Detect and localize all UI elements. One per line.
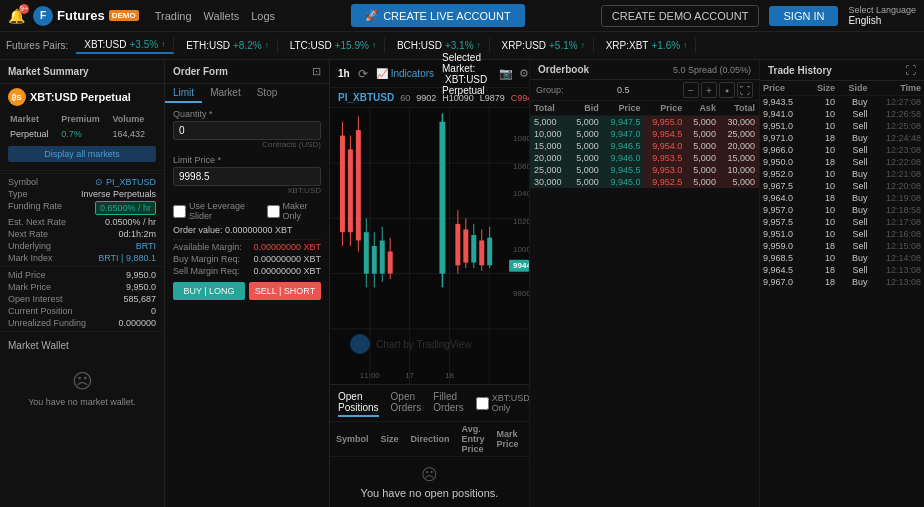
trade-row: 9,966.0 10 Sell 12:23:08	[760, 144, 924, 156]
bid-size: 5,000	[569, 140, 603, 152]
trade-row: 9,950.0 18 Sell 12:22:08	[760, 156, 924, 168]
nav-wallets[interactable]: Wallets	[204, 10, 240, 22]
create-demo-button[interactable]: CREATE DEMO ACCOUNT	[601, 5, 760, 27]
trade-price: 9,968.5	[760, 252, 807, 264]
sell-short-button[interactable]: SELL | SHORT	[249, 282, 321, 300]
symbol-info: ₿S XBT:USD Perpetual Market Premium Volu…	[0, 84, 164, 171]
camera-icon[interactable]: 📷	[499, 67, 513, 80]
trade-size: 10	[807, 108, 838, 120]
ob-table-body: 5,000 5,000 9,947.5 9,955.0 5,000 30,000…	[530, 116, 759, 189]
market-info-rows: Symbol ⊙ PI_XBTUSD Type Inverse Perpetua…	[0, 176, 164, 329]
trade-price: 9,967.5	[760, 180, 807, 192]
sidebar-market-summary: Market Summary ₿S XBT:USD Perpetual Mark…	[0, 60, 165, 507]
group-plus-button[interactable]: +	[701, 82, 717, 98]
order-value-label: Order value:	[173, 225, 223, 235]
trade-price: 9,966.0	[760, 144, 807, 156]
trade-row: 9,967.0 18 Buy 12:13:08	[760, 276, 924, 288]
nav-logs[interactable]: Logs	[251, 10, 275, 22]
trade-size: 10	[807, 252, 838, 264]
tab-stop[interactable]: Stop	[249, 84, 286, 103]
signin-button[interactable]: SIGN IN	[769, 6, 838, 26]
info-funding-rate: Funding Rate 0.6500% / hr	[0, 200, 164, 216]
ob-view-toggle[interactable]: ▪	[719, 82, 735, 98]
ob-row: 5,000 5,000 9,947.5 9,955.0 5,000 30,000	[530, 116, 759, 129]
ask-size: 5,000	[686, 128, 720, 140]
group-minus-button[interactable]: −	[683, 82, 699, 98]
nav-trading[interactable]: Trading	[155, 10, 192, 22]
th-expand-icon[interactable]: ⛶	[905, 64, 916, 76]
ask-price: 9,953.5	[644, 152, 686, 164]
expand-icon[interactable]: ⊡	[312, 65, 321, 78]
no-wallet-icon: ☹	[8, 369, 156, 393]
trade-size: 10	[807, 180, 838, 192]
bid-price: 9,947.5	[603, 116, 645, 129]
th-col-price: Price	[760, 81, 807, 96]
settings-icon[interactable]: ⚙	[519, 67, 529, 80]
pair-change-5: +1.6%	[651, 40, 680, 51]
trade-time: 12:19:08	[871, 192, 924, 204]
svg-text:10600: 10600	[513, 162, 529, 171]
svg-text:10000: 10000	[513, 245, 529, 254]
maker-only-checkbox[interactable]	[267, 205, 280, 218]
leverage-checkbox[interactable]	[173, 205, 186, 218]
maker-only-checkbox-label[interactable]: Maker Only	[267, 201, 321, 221]
bid-total: 10,000	[530, 128, 569, 140]
pair-ethusd[interactable]: ETH:USD +8.2% ↑	[178, 38, 278, 53]
leverage-checkbox-label[interactable]: Use Leverage Slider	[173, 201, 259, 221]
ob-expand-button[interactable]: ⛶	[737, 82, 753, 98]
ask-size: 5,000	[686, 176, 720, 188]
open-interest-val: 585,687	[123, 294, 156, 304]
chart-timeframe[interactable]: 1h	[338, 68, 350, 79]
premium-col-header: Premium	[61, 112, 110, 126]
quantity-input[interactable]	[173, 121, 321, 140]
trade-row: 9,968.5 10 Buy 12:14:08	[760, 252, 924, 264]
ob-row: 20,000 5,000 9,946.0 9,953.5 5,000 15,00…	[530, 152, 759, 164]
tab-limit[interactable]: Limit	[165, 84, 202, 103]
pair-change-4: +5.1%	[549, 40, 578, 51]
trade-time: 12:14:08	[871, 252, 924, 264]
chart-refresh-icon[interactable]: ⟳	[358, 67, 368, 81]
order-value-val: 0.00000000 XBT	[225, 225, 293, 235]
trade-price: 9,951.0	[760, 120, 807, 132]
trade-row: 9,964.0 18 Buy 12:19:08	[760, 192, 924, 204]
limit-price-input[interactable]	[173, 167, 321, 186]
pair-xbtusd[interactable]: XBT:USD +3.5% ↑	[76, 37, 174, 54]
tab-open-positions[interactable]: Open Positions	[338, 389, 379, 417]
chart-tf: 60	[400, 93, 410, 103]
pair-xrpxbt[interactable]: XRP:XBT +1.6% ↑	[598, 38, 696, 53]
current-position-val: 0	[151, 306, 156, 316]
pair-xrpusd[interactable]: XRP:USD +5.1% ↑	[494, 38, 594, 53]
buy-long-button[interactable]: BUY | LONG	[173, 282, 245, 300]
language-selector[interactable]: Select Language English	[848, 5, 916, 26]
xbt-filter-label[interactable]: XBT:USD Only	[476, 393, 530, 413]
indicators-button[interactable]: 📈 Indicators	[376, 68, 434, 79]
separator-1	[0, 173, 164, 174]
leverage-label: Use Leverage Slider	[189, 201, 259, 221]
ob-col-ask: Ask	[686, 101, 720, 116]
display-all-markets-button[interactable]: Display all markets	[8, 146, 156, 162]
ask-size: 5,000	[686, 116, 720, 129]
sell-margin-row: Sell Margin Req: 0.00000000 XBT	[173, 266, 321, 276]
info-mark-price: Mark Price 9,950.0	[0, 281, 164, 293]
trade-history-table: Price Size Side Time 9,943.5 10 Buy 12:2…	[760, 81, 924, 288]
trade-time: 12:13:08	[871, 264, 924, 276]
trade-time: 12:25:08	[871, 120, 924, 132]
trade-time: 12:15:08	[871, 240, 924, 252]
pair-arrow-4: ↑	[581, 41, 585, 50]
notification-icon[interactable]: 🔔 9+	[8, 8, 25, 24]
pair-ltcusd[interactable]: LTC:USD +15.9% ↑	[282, 38, 385, 53]
trade-row: 9,964.5 18 Sell 12:13:08	[760, 264, 924, 276]
svg-text:10400: 10400	[513, 189, 529, 198]
tab-filled-orders[interactable]: Filled Orders	[433, 389, 464, 417]
xbt-filter-checkbox[interactable]	[476, 397, 489, 410]
ask-total: 10,000	[720, 164, 759, 176]
trade-history-panel: Trade History ⛶ Price Size Side Time 9,9…	[759, 60, 924, 507]
trade-side: Buy	[838, 96, 871, 109]
bid-price: 9,946.0	[603, 152, 645, 164]
xbt-label: XBT:USD	[173, 186, 321, 195]
orderbook-section: Orderbook 5.0 Spread (0.05%) Group: 0.5 …	[529, 60, 759, 507]
tab-open-orders[interactable]: Open Orders	[391, 389, 422, 417]
create-live-button[interactable]: 🚀 CREATE LIVE ACCOUNT	[351, 4, 525, 27]
tab-market[interactable]: Market	[202, 84, 249, 103]
trade-row: 9,957.0 10 Buy 12:18:58	[760, 204, 924, 216]
